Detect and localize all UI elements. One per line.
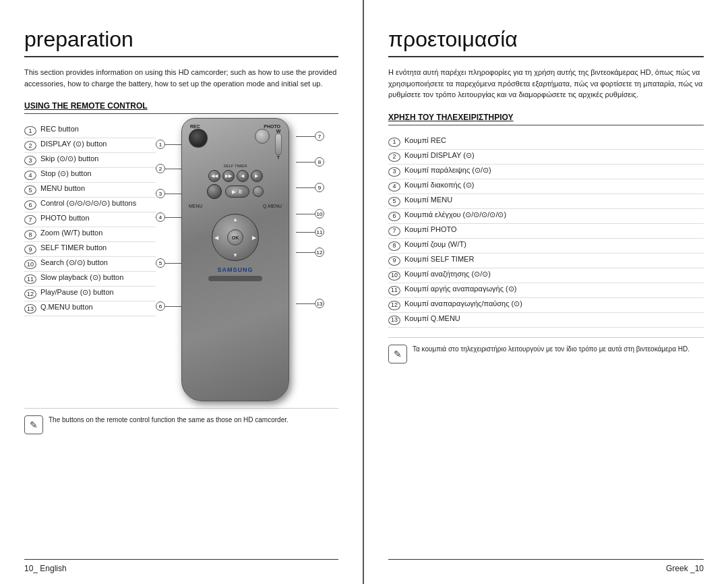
next-button[interactable]: ▶	[251, 170, 263, 182]
list-item: 2Κουμπί DISPLAY (⊙)	[388, 150, 704, 165]
left-panel: preparation This section provides inform…	[0, 0, 364, 584]
left-page-num: 10_ English	[24, 564, 67, 573]
callout-10: 10	[296, 209, 324, 218]
list-item: 11Κουμπί αργής αναπαραγωγής (⊙)	[388, 283, 704, 298]
right-footer: Greek _10	[388, 559, 704, 573]
list-item: 7Κουμπί PHOTO	[388, 224, 704, 239]
remote-control: REC PHOTO W	[181, 118, 289, 401]
self-timer-label: SELF TIMER	[182, 164, 289, 168]
left-note-text: The buttons on the remote control functi…	[49, 415, 289, 425]
dpad-ring[interactable]: ▲ ▼ ◀ ▶ OK	[212, 214, 259, 261]
list-item: 5MENU button	[24, 183, 156, 198]
list-item: 4Κουμπί διακοπής (⊙)	[388, 179, 704, 194]
dpad-ok[interactable]: OK	[227, 229, 243, 245]
right-item-list: 1Κουμπί REC 2Κουμπί DISPLAY (⊙) 3Κουμπί …	[388, 135, 704, 328]
list-item: 12Play/Pause (⊙) button	[24, 287, 156, 301]
right-page-num: Greek _10	[666, 564, 704, 573]
list-item: 12Κουμπί αναπαραγωγής/παύσης (⊙)	[388, 298, 704, 313]
left-footer: 10_ English	[24, 559, 338, 573]
callout-6: 6	[156, 301, 184, 311]
right-panel: προετοιμασία Η ενότητα αυτή παρέχει πληρ…	[364, 0, 728, 584]
list-item: 6Κουμπιά ελέγχου (⊙/⊙/⊙/⊙/⊙)	[388, 209, 704, 224]
zoom-slider[interactable]	[275, 134, 282, 155]
photo-label: PHOTO	[264, 124, 280, 129]
left-intro: This section provides information on usi…	[24, 67, 338, 89]
list-item: 4Stop (⊙) button	[24, 168, 156, 183]
samsung-logo: SAMSUNG	[182, 266, 289, 273]
menu-row: MENU Q.MENU	[182, 201, 289, 211]
callout-1: 1	[156, 140, 184, 149]
right-title: προετοιμασία	[388, 27, 704, 57]
photo-button[interactable]	[255, 129, 270, 144]
list-item: 13Q.MENU button	[24, 301, 156, 316]
extra-button[interactable]	[253, 186, 264, 197]
skip-back-button[interactable]: ◀◀	[208, 170, 220, 182]
play-pause-button[interactable]: ▶ ⏸	[225, 185, 249, 198]
right-intro: Η ενότητα αυτή παρέχει πληροφορίες για τ…	[388, 67, 704, 100]
remote-bottom-bar	[208, 276, 262, 281]
list-item: 8Κουμπί ζουμ (W/T)	[388, 239, 704, 254]
callout-13: 13	[296, 299, 324, 308]
note-icon: ✎	[24, 415, 43, 434]
t-label: T	[277, 155, 280, 160]
q-menu-label: Q.MENU	[263, 204, 282, 208]
dpad[interactable]: ▲ ▼ ◀ ▶ OK	[212, 214, 259, 261]
left-title: preparation	[24, 27, 338, 57]
callout-7: 7	[296, 132, 324, 141]
dpad-container: ▲ ▼ ◀ ▶ OK	[182, 214, 289, 261]
list-item: 9SELF TIMER button	[24, 242, 156, 257]
callout-2: 2	[156, 164, 184, 173]
callout-4: 4	[156, 212, 184, 222]
list-item: 9Κουμπί SELF TIMER	[388, 254, 704, 268]
w-label: W	[276, 129, 281, 134]
list-item: 1REC button	[24, 123, 156, 138]
right-note-text: Τα κουμπιά στο τηλεχειριστήριο λειτουργο…	[413, 345, 690, 354]
list-item: 10Κουμπί αναζήτησης (⊙/⊙)	[388, 268, 704, 283]
right-note-box: ✎ Τα κουμπιά στο τηλεχειριστήριο λειτουρ…	[388, 337, 704, 363]
dpad-down: ▼	[233, 252, 238, 258]
prev-button[interactable]: ◀	[237, 170, 249, 182]
callout-9: 9	[296, 183, 324, 192]
callout-3: 3	[156, 189, 184, 198]
list-item: 13Κουμπί Q.MENU	[388, 313, 704, 328]
list-item: 3Skip (⊙/⊙) button	[24, 153, 156, 168]
list-item: 7PHOTO button	[24, 212, 156, 227]
list-item: 1Κουμπί REC	[388, 135, 704, 150]
callout-8: 8	[296, 157, 324, 167]
list-item: 10Search (⊙/⊙) button	[24, 257, 156, 272]
rec-button[interactable]	[189, 129, 208, 148]
list-item: 8Zoom (W/T) button	[24, 227, 156, 242]
callout-12: 12	[296, 247, 324, 257]
left-note-box: ✎ The buttons on the remote control func…	[24, 408, 338, 434]
skip-fwd-button[interactable]: ▶▶	[222, 170, 235, 182]
dpad-right: ▶	[252, 235, 256, 241]
list-item: 11Slow playback (⊙) button	[24, 272, 156, 287]
list-item: 5Κουμπί MENU	[388, 194, 704, 209]
rec-label: REC	[190, 124, 200, 129]
list-item: 6Control (⊙/⊙/⊙/⊙/⊙) buttons	[24, 198, 156, 212]
callout-11: 11	[296, 227, 324, 237]
right-subsection: ΧΡΗΣΗ ΤΟΥ ΤΗΛΕΧΕΙΡΙΣΤΗΡΙΟΥ	[388, 113, 704, 125]
left-item-list: 1REC button 2DISPLAY (⊙) button 3Skip (⊙…	[24, 123, 156, 316]
list-item: 3Κουμπί παράλειψης (⊙/⊙)	[388, 165, 704, 179]
callout-5: 5	[156, 258, 184, 268]
dpad-left: ◀	[214, 235, 218, 241]
stop-button[interactable]	[207, 184, 222, 199]
right-note-icon: ✎	[388, 345, 407, 363]
list-item: 2DISPLAY (⊙) button	[24, 138, 156, 153]
menu-label: MENU	[189, 204, 203, 208]
left-subsection: USING THE REMOTE CONTROL	[24, 101, 338, 114]
dpad-up: ▲	[233, 216, 238, 223]
